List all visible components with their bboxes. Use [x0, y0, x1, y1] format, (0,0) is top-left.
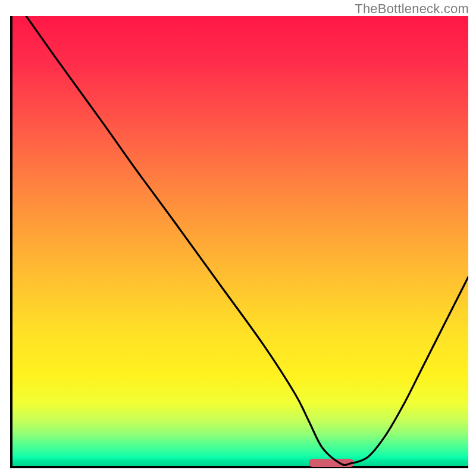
- plot-area: [10, 16, 468, 468]
- watermark-text: TheBottleneck.com: [355, 1, 469, 17]
- curve-path: [26, 16, 468, 465]
- optimal-range-pill: [309, 459, 355, 467]
- chart-container: TheBottleneck.com: [0, 0, 476, 476]
- bottleneck-curve: [12, 16, 468, 466]
